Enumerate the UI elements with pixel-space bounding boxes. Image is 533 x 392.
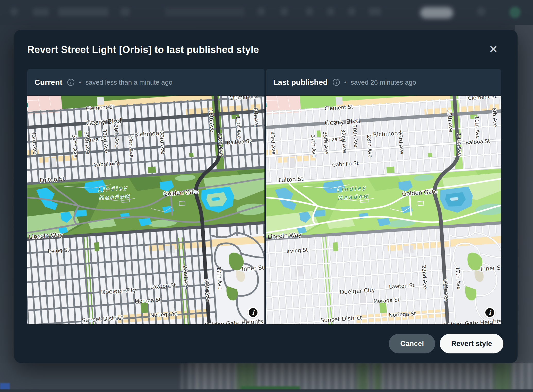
cancel-button[interactable]: Cancel	[389, 334, 435, 353]
current-panel-title: Current	[35, 78, 62, 87]
published-panel-title: Last published	[273, 78, 328, 87]
published-saved-meta: saved 26 minutes ago	[351, 78, 416, 86]
close-icon: ✕	[489, 44, 498, 55]
revert-style-button[interactable]: Revert style	[440, 334, 503, 353]
separator-dot: •	[344, 78, 347, 86]
current-style-panel: Current • saved less than a minute ago i	[27, 69, 264, 324]
current-map-svg	[27, 96, 264, 324]
modal-title: Revert Street Light [Orbis] to last publ…	[27, 44, 259, 55]
info-attribution-icon: i	[249, 308, 257, 317]
current-panel-header: Current • saved less than a minute ago	[27, 69, 264, 96]
current-map-preview: i	[27, 96, 264, 324]
map-attribution-button[interactable]: i	[484, 307, 495, 318]
info-attribution-icon: i	[485, 308, 494, 317]
published-map-svg	[266, 96, 501, 324]
modal-footer: Cancel Revert style	[389, 334, 503, 353]
revert-style-modal: Revert Street Light [Orbis] to last publ…	[14, 30, 518, 363]
published-style-panel: Last published • saved 26 minutes ago i	[266, 69, 501, 324]
close-button[interactable]: ✕	[486, 42, 501, 57]
info-icon[interactable]	[67, 78, 75, 86]
published-panel-header: Last published • saved 26 minutes ago	[266, 69, 501, 96]
current-saved-meta: saved less than a minute ago	[85, 78, 172, 86]
separator-dot: •	[79, 78, 81, 86]
screen: nd Clement St Clement St Geary Blvd Anza…	[0, 0, 533, 392]
info-icon[interactable]	[332, 78, 340, 86]
map-attribution-button[interactable]: i	[247, 307, 259, 318]
comparison-panels: Current • saved less than a minute ago i	[27, 69, 501, 324]
published-map-preview: i	[266, 96, 501, 324]
